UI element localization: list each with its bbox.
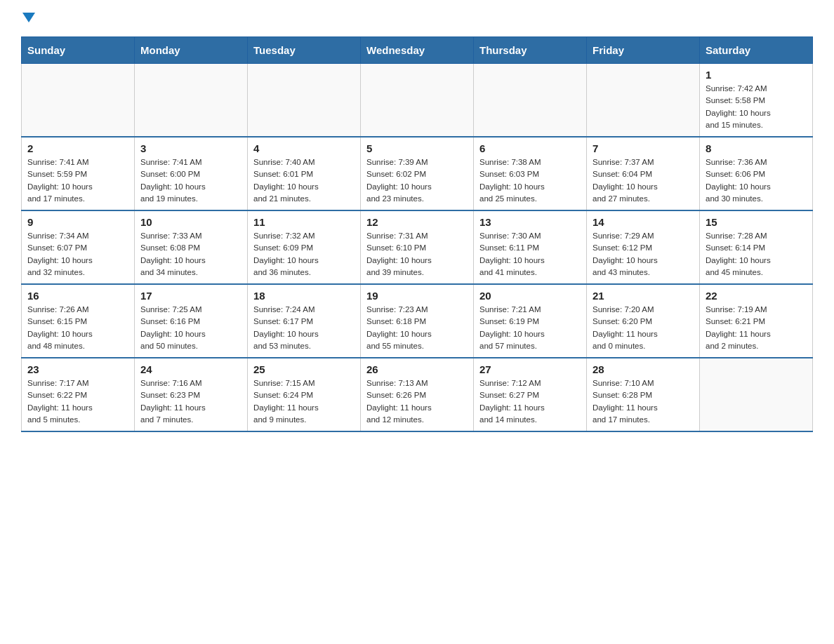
calendar-day-cell: 18Sunrise: 7:24 AM Sunset: 6:17 PM Dayli…: [248, 284, 361, 358]
day-number: 12: [366, 216, 468, 228]
day-info: Sunrise: 7:13 AM Sunset: 6:26 PM Dayligh…: [366, 377, 468, 426]
day-number: 7: [593, 142, 694, 154]
calendar-day-cell: 26Sunrise: 7:13 AM Sunset: 6:26 PM Dayli…: [361, 358, 474, 431]
day-number: 11: [253, 216, 355, 228]
day-info: Sunrise: 7:29 AM Sunset: 6:12 PM Dayligh…: [593, 230, 694, 279]
day-number: 15: [706, 216, 807, 228]
day-number: 14: [593, 216, 694, 228]
day-info: Sunrise: 7:21 AM Sunset: 6:19 PM Dayligh…: [479, 304, 581, 352]
day-number: 24: [140, 363, 241, 375]
day-number: 4: [253, 142, 355, 154]
calendar-week-row: 1Sunrise: 7:42 AM Sunset: 5:58 PM Daylig…: [22, 64, 813, 137]
day-info: Sunrise: 7:42 AM Sunset: 5:58 PM Dayligh…: [706, 83, 807, 131]
day-info: Sunrise: 7:23 AM Sunset: 6:18 PM Dayligh…: [366, 304, 468, 352]
day-info: Sunrise: 7:37 AM Sunset: 6:04 PM Dayligh…: [593, 156, 694, 205]
day-info: Sunrise: 7:32 AM Sunset: 6:09 PM Dayligh…: [253, 230, 355, 279]
header-sunday: Sunday: [22, 37, 135, 64]
calendar-day-cell: 1Sunrise: 7:42 AM Sunset: 5:58 PM Daylig…: [700, 64, 813, 137]
calendar-day-cell: 20Sunrise: 7:21 AM Sunset: 6:19 PM Dayli…: [474, 284, 587, 358]
calendar-day-cell: 19Sunrise: 7:23 AM Sunset: 6:18 PM Dayli…: [361, 284, 474, 358]
day-info: Sunrise: 7:24 AM Sunset: 6:17 PM Dayligh…: [253, 304, 355, 352]
calendar-day-cell: 3Sunrise: 7:41 AM Sunset: 6:00 PM Daylig…: [135, 137, 248, 210]
day-number: 25: [253, 363, 355, 375]
calendar-day-cell: 23Sunrise: 7:17 AM Sunset: 6:22 PM Dayli…: [22, 358, 135, 431]
day-number: 27: [479, 363, 581, 375]
calendar-day-cell: [587, 64, 700, 137]
calendar-day-cell: 28Sunrise: 7:10 AM Sunset: 6:28 PM Dayli…: [587, 358, 700, 431]
calendar-day-cell: 21Sunrise: 7:20 AM Sunset: 6:20 PM Dayli…: [587, 284, 700, 358]
calendar-day-cell: 12Sunrise: 7:31 AM Sunset: 6:10 PM Dayli…: [361, 210, 474, 284]
day-number: 23: [27, 363, 128, 375]
header-monday: Monday: [135, 37, 248, 64]
calendar-day-cell: [135, 64, 248, 137]
day-info: Sunrise: 7:19 AM Sunset: 6:21 PM Dayligh…: [706, 304, 807, 352]
calendar-week-row: 16Sunrise: 7:26 AM Sunset: 6:15 PM Dayli…: [22, 284, 813, 358]
weekday-header-row: Sunday Monday Tuesday Wednesday Thursday…: [22, 37, 813, 64]
calendar-day-cell: 24Sunrise: 7:16 AM Sunset: 6:23 PM Dayli…: [135, 358, 248, 431]
day-number: 9: [27, 216, 128, 228]
header-thursday: Thursday: [474, 37, 587, 64]
header-wednesday: Wednesday: [361, 37, 474, 64]
day-info: Sunrise: 7:30 AM Sunset: 6:11 PM Dayligh…: [479, 230, 581, 279]
calendar-day-cell: 11Sunrise: 7:32 AM Sunset: 6:09 PM Dayli…: [248, 210, 361, 284]
calendar-day-cell: 2Sunrise: 7:41 AM Sunset: 5:59 PM Daylig…: [22, 137, 135, 210]
calendar-day-cell: 6Sunrise: 7:38 AM Sunset: 6:03 PM Daylig…: [474, 137, 587, 210]
day-info: Sunrise: 7:31 AM Sunset: 6:10 PM Dayligh…: [366, 230, 468, 279]
day-info: Sunrise: 7:10 AM Sunset: 6:28 PM Dayligh…: [593, 377, 694, 426]
calendar-day-cell: 4Sunrise: 7:40 AM Sunset: 6:01 PM Daylig…: [248, 137, 361, 210]
day-number: 26: [366, 363, 468, 375]
calendar-day-cell: 14Sunrise: 7:29 AM Sunset: 6:12 PM Dayli…: [587, 210, 700, 284]
day-info: Sunrise: 7:26 AM Sunset: 6:15 PM Dayligh…: [27, 304, 128, 352]
day-info: Sunrise: 7:28 AM Sunset: 6:14 PM Dayligh…: [706, 230, 807, 279]
day-number: 3: [140, 142, 241, 154]
calendar-body: 1Sunrise: 7:42 AM Sunset: 5:58 PM Daylig…: [22, 64, 813, 432]
day-info: Sunrise: 7:25 AM Sunset: 6:16 PM Dayligh…: [140, 304, 241, 352]
day-info: Sunrise: 7:40 AM Sunset: 6:01 PM Dayligh…: [253, 156, 355, 205]
logo-arrow-icon: [22, 13, 35, 22]
header-saturday: Saturday: [700, 37, 813, 64]
day-number: 28: [593, 363, 694, 375]
day-number: 19: [366, 290, 468, 302]
day-number: 6: [479, 142, 581, 154]
day-number: 5: [366, 142, 468, 154]
calendar-header: Sunday Monday Tuesday Wednesday Thursday…: [22, 37, 813, 64]
calendar-day-cell: 17Sunrise: 7:25 AM Sunset: 6:16 PM Dayli…: [135, 284, 248, 358]
day-info: Sunrise: 7:38 AM Sunset: 6:03 PM Dayligh…: [479, 156, 581, 205]
calendar-week-row: 23Sunrise: 7:17 AM Sunset: 6:22 PM Dayli…: [22, 358, 813, 431]
calendar-table: Sunday Monday Tuesday Wednesday Thursday…: [21, 36, 813, 432]
day-number: 1: [706, 69, 807, 81]
calendar-day-cell: [22, 64, 135, 137]
calendar-day-cell: 13Sunrise: 7:30 AM Sunset: 6:11 PM Dayli…: [474, 210, 587, 284]
calendar-day-cell: 25Sunrise: 7:15 AM Sunset: 6:24 PM Dayli…: [248, 358, 361, 431]
day-info: Sunrise: 7:39 AM Sunset: 6:02 PM Dayligh…: [366, 156, 468, 205]
calendar-day-cell: 7Sunrise: 7:37 AM Sunset: 6:04 PM Daylig…: [587, 137, 700, 210]
day-info: Sunrise: 7:41 AM Sunset: 5:59 PM Dayligh…: [27, 156, 128, 205]
day-info: Sunrise: 7:20 AM Sunset: 6:20 PM Dayligh…: [593, 304, 694, 352]
day-info: Sunrise: 7:36 AM Sunset: 6:06 PM Dayligh…: [706, 156, 807, 205]
day-info: Sunrise: 7:33 AM Sunset: 6:08 PM Dayligh…: [140, 230, 241, 279]
day-number: 10: [140, 216, 241, 228]
day-number: 17: [140, 290, 241, 302]
calendar-day-cell: 16Sunrise: 7:26 AM Sunset: 6:15 PM Dayli…: [22, 284, 135, 358]
day-number: 16: [27, 290, 128, 302]
day-info: Sunrise: 7:34 AM Sunset: 6:07 PM Dayligh…: [27, 230, 128, 279]
logo: [21, 14, 35, 24]
header-tuesday: Tuesday: [248, 37, 361, 64]
calendar-day-cell: 22Sunrise: 7:19 AM Sunset: 6:21 PM Dayli…: [700, 284, 813, 358]
day-number: 13: [479, 216, 581, 228]
calendar-day-cell: 9Sunrise: 7:34 AM Sunset: 6:07 PM Daylig…: [22, 210, 135, 284]
calendar-day-cell: [361, 64, 474, 137]
day-number: 18: [253, 290, 355, 302]
calendar-day-cell: 8Sunrise: 7:36 AM Sunset: 6:06 PM Daylig…: [700, 137, 813, 210]
calendar-week-row: 9Sunrise: 7:34 AM Sunset: 6:07 PM Daylig…: [22, 210, 813, 284]
calendar-day-cell: [248, 64, 361, 137]
day-number: 22: [706, 290, 807, 302]
day-info: Sunrise: 7:15 AM Sunset: 6:24 PM Dayligh…: [253, 377, 355, 426]
page-header: [21, 14, 813, 24]
day-number: 8: [706, 142, 807, 154]
day-number: 20: [479, 290, 581, 302]
calendar-day-cell: 10Sunrise: 7:33 AM Sunset: 6:08 PM Dayli…: [135, 210, 248, 284]
calendar-day-cell: [700, 358, 813, 431]
day-number: 2: [27, 142, 128, 154]
day-info: Sunrise: 7:12 AM Sunset: 6:27 PM Dayligh…: [479, 377, 581, 426]
